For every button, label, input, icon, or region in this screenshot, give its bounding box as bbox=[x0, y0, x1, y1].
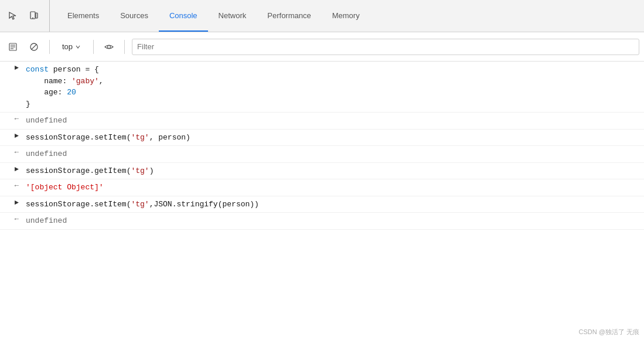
console-toolbar: top bbox=[0, 32, 644, 62]
tab-performance[interactable]: Performance bbox=[257, 0, 321, 32]
stop-icon[interactable] bbox=[26, 39, 42, 55]
console-line: ← undefined bbox=[0, 113, 644, 130]
console-wrapper: ► const person = { name: 'gaby', age: 20… bbox=[0, 62, 644, 340]
console-line: ← undefined bbox=[0, 146, 644, 163]
tab-elements[interactable]: Elements bbox=[57, 0, 110, 32]
line-content: const person = { name: 'gaby', age: 20 } bbox=[23, 63, 644, 111]
console-line: ► sessionStorage.setItem('tg',JSON.strin… bbox=[0, 196, 644, 213]
line-prefix-return: ← bbox=[0, 181, 23, 190]
tab-network[interactable]: Network bbox=[208, 0, 257, 32]
line-content-undefined: undefined bbox=[23, 147, 644, 161]
tab-console[interactable]: Console bbox=[159, 0, 208, 32]
line-content: sessionStorage.getItem('tg') bbox=[23, 164, 644, 178]
line-content: sessionStorage.setItem('tg',JSON.stringi… bbox=[23, 198, 644, 212]
chevron-right-icon: ► bbox=[15, 165, 19, 174]
console-line: ← undefined bbox=[0, 213, 644, 230]
toolbar-divider-3 bbox=[124, 40, 125, 54]
tab-memory[interactable]: Memory bbox=[322, 0, 370, 32]
console-line: ► sessionStorage.setItem('tg', person) bbox=[0, 130, 644, 147]
chevron-left-icon: ← bbox=[15, 215, 19, 223]
line-prefix-chevron: ► bbox=[0, 198, 23, 207]
line-prefix-return: ← bbox=[0, 114, 23, 123]
line-content-undefined: undefined bbox=[23, 214, 644, 228]
tab-sources[interactable]: Sources bbox=[110, 0, 159, 32]
line-content: sessionStorage.setItem('tg', person) bbox=[23, 131, 644, 145]
context-selector[interactable]: top bbox=[57, 40, 86, 53]
devtools-icons bbox=[5, 0, 50, 32]
device-toolbar-icon[interactable] bbox=[26, 8, 42, 24]
line-prefix-return: ← bbox=[0, 147, 23, 157]
svg-line-8 bbox=[32, 44, 37, 49]
tab-bar: Elements Sources Console Network Perform… bbox=[0, 0, 644, 32]
line-prefix-chevron: ► bbox=[0, 164, 23, 174]
line-prefix-chevron: ► bbox=[0, 63, 23, 72]
chevron-left-icon: ← bbox=[15, 115, 19, 123]
line-prefix-return: ← bbox=[0, 214, 23, 223]
chevron-right-icon: ► bbox=[15, 199, 19, 207]
toolbar-divider-1 bbox=[49, 40, 50, 54]
eye-icon[interactable] bbox=[101, 39, 117, 55]
console-line: ► const person = { name: 'gaby', age: 20… bbox=[0, 62, 644, 113]
inspect-element-icon[interactable] bbox=[5, 8, 21, 24]
console-output: ► const person = { name: 'gaby', age: 20… bbox=[0, 62, 644, 340]
watermark: CSDN @独活了 无痕 bbox=[579, 328, 639, 336]
line-prefix-chevron: ► bbox=[0, 131, 23, 140]
chevron-down-icon bbox=[75, 44, 81, 50]
svg-rect-1 bbox=[32, 18, 33, 19]
svg-point-9 bbox=[108, 45, 111, 48]
filter-input[interactable] bbox=[132, 39, 639, 55]
svg-rect-2 bbox=[36, 13, 38, 18]
clear-console-icon[interactable] bbox=[5, 39, 21, 55]
chevron-right-icon: ► bbox=[15, 64, 19, 72]
line-content-object: '[object Object]' bbox=[23, 181, 644, 195]
chevron-left-icon: ← bbox=[15, 148, 19, 157]
toolbar-divider-2 bbox=[93, 40, 94, 54]
chevron-right-icon: ► bbox=[15, 132, 19, 140]
line-content-undefined: undefined bbox=[23, 114, 644, 128]
console-line: ← '[object Object]' bbox=[0, 179, 644, 196]
chevron-left-icon: ← bbox=[15, 182, 19, 190]
console-line: ► sessionStorage.getItem('tg') bbox=[0, 163, 644, 180]
